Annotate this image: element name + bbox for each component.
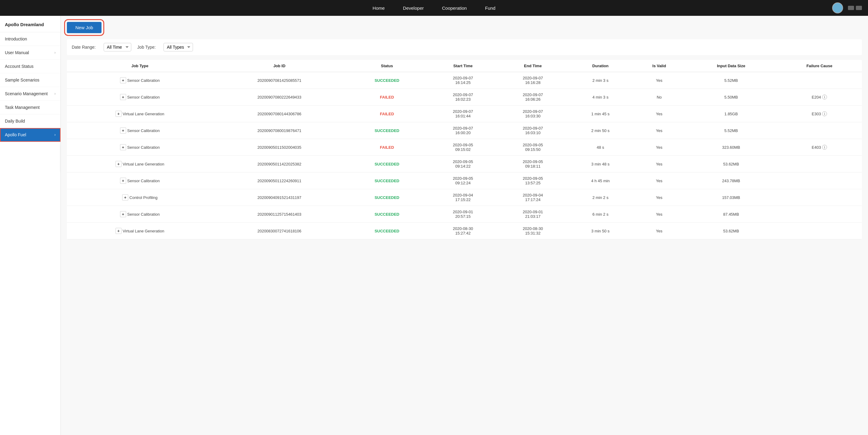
error-code: E303 ℹ bbox=[812, 111, 827, 116]
cell-start-time: 2020-09-0716:02:23 bbox=[428, 89, 498, 106]
sidebar-item-apollo-fuel[interactable]: Apollo Fuel › bbox=[0, 128, 60, 142]
sidebar-item-daily-build-label: Daily Build bbox=[5, 119, 25, 123]
cell-failure-cause: E204 ℹ bbox=[777, 89, 862, 106]
cell-duration: 4 min 3 s bbox=[568, 89, 633, 106]
sidebar-item-task-management-label: Task Management bbox=[5, 105, 39, 110]
sidebar-item-account-status[interactable]: Account Status bbox=[0, 60, 60, 73]
cell-is-valid: Yes bbox=[633, 172, 685, 189]
cell-input-data-size: 5.52MB bbox=[685, 122, 777, 139]
cell-start-time: 2020-09-0120:57:15 bbox=[428, 206, 498, 223]
cell-duration: 2 min 3 s bbox=[568, 72, 633, 89]
expand-button[interactable]: + bbox=[116, 111, 122, 117]
expand-button[interactable]: + bbox=[120, 127, 126, 134]
date-range-label: Date Range: bbox=[72, 45, 96, 50]
cell-end-time: 2020-09-0417:17:24 bbox=[498, 189, 568, 206]
cell-job-type: + Sensor Calibration bbox=[67, 122, 213, 139]
cell-start-time: 2020-09-0716:00:20 bbox=[428, 122, 498, 139]
cell-job-id: 20200907080019876471 bbox=[213, 122, 346, 139]
cell-end-time: 2020-09-0121:03:17 bbox=[498, 206, 568, 223]
minimize-button[interactable] bbox=[848, 6, 854, 10]
sidebar-logo: Apollo Dreamland bbox=[0, 16, 60, 32]
expand-button[interactable]: + bbox=[120, 144, 126, 150]
cell-end-time: 2020-09-0716:03:30 bbox=[498, 106, 568, 122]
new-job-area: New Job bbox=[67, 22, 862, 33]
cell-status: SUCCEEDED bbox=[346, 122, 428, 139]
sidebar: Apollo Dreamland Introduction User Manua… bbox=[0, 16, 61, 435]
expand-button[interactable]: + bbox=[122, 194, 128, 200]
cell-status: FAILED bbox=[346, 89, 428, 106]
table-row: + Virtual Lane Generation 20200907080144… bbox=[67, 106, 862, 122]
cell-input-data-size: 53.62MB bbox=[685, 156, 777, 172]
table-row: + Sensor Calibration 2020090112571546140… bbox=[67, 206, 862, 223]
cell-failure-cause: E303 ℹ bbox=[777, 106, 862, 122]
table-row: + Virtual Lane Generation 20200905011422… bbox=[67, 156, 862, 172]
cell-failure-cause bbox=[777, 206, 862, 223]
sidebar-item-sample-scenarios-label: Sample Scenarios bbox=[5, 78, 39, 82]
maximize-button[interactable] bbox=[856, 6, 862, 10]
cell-job-type: + Sensor Calibration bbox=[67, 139, 213, 156]
col-header-duration: Duration bbox=[568, 60, 633, 72]
cell-job-type: + Sensor Calibration bbox=[67, 72, 213, 89]
table-row: + Sensor Calibration 2020090708142508557… bbox=[67, 72, 862, 89]
cell-is-valid: Yes bbox=[633, 106, 685, 122]
error-code: E403 ℹ bbox=[812, 145, 827, 150]
expand-button[interactable]: + bbox=[120, 178, 126, 184]
sidebar-item-task-management[interactable]: Task Management bbox=[0, 101, 60, 114]
cell-failure-cause bbox=[777, 156, 862, 172]
cell-job-type: + Virtual Lane Generation bbox=[67, 106, 213, 122]
cell-job-type: + Sensor Calibration bbox=[67, 172, 213, 189]
col-header-start-time: Start Time bbox=[428, 60, 498, 72]
user-avatar[interactable] bbox=[832, 2, 843, 13]
cell-input-data-size: 1.85GB bbox=[685, 106, 777, 122]
cell-input-data-size: 53.62MB bbox=[685, 223, 777, 239]
error-code: E204 ℹ bbox=[812, 95, 827, 99]
table-row: + Sensor Calibration 2020090708001987647… bbox=[67, 122, 862, 139]
cell-failure-cause bbox=[777, 72, 862, 89]
cell-job-type: + Sensor Calibration bbox=[67, 89, 213, 106]
filters-bar: Date Range: All Time Job Type: All Types bbox=[67, 39, 862, 55]
cell-job-id: 20200901125715461403 bbox=[213, 206, 346, 223]
nav-developer[interactable]: Developer bbox=[403, 5, 424, 11]
col-header-failure-cause: Failure Cause bbox=[777, 60, 862, 72]
cell-job-type: + Virtual Lane Generation bbox=[67, 156, 213, 172]
job-type-select[interactable]: All Types bbox=[163, 43, 193, 51]
new-job-button[interactable]: New Job bbox=[67, 22, 101, 33]
expand-button[interactable]: + bbox=[120, 211, 126, 217]
cell-input-data-size: 243.78MB bbox=[685, 172, 777, 189]
sidebar-item-user-manual[interactable]: User Manual › bbox=[0, 46, 60, 60]
info-icon[interactable]: ℹ bbox=[822, 145, 827, 150]
jobs-table: Job Type Job ID Status Start Time End Ti… bbox=[67, 60, 862, 239]
cell-duration: 3 min 50 s bbox=[568, 223, 633, 239]
info-icon[interactable]: ℹ bbox=[822, 95, 827, 99]
cell-job-type: + Sensor Calibration bbox=[67, 206, 213, 223]
sidebar-item-scenario-management-label: Scenario Management bbox=[5, 91, 48, 96]
sidebar-item-introduction[interactable]: Introduction bbox=[0, 32, 60, 46]
cell-job-type: + Virtual Lane Generation bbox=[67, 223, 213, 239]
nav-fund[interactable]: Fund bbox=[485, 5, 495, 11]
expand-button[interactable]: + bbox=[120, 94, 126, 100]
sidebar-item-scenario-management[interactable]: Scenario Management › bbox=[0, 87, 60, 101]
cell-is-valid: Yes bbox=[633, 72, 685, 89]
info-icon[interactable]: ℹ bbox=[822, 111, 827, 116]
expand-button[interactable]: + bbox=[116, 228, 122, 234]
cell-end-time: 2020-08-3015:31:32 bbox=[498, 223, 568, 239]
cell-job-id: 20200905011422025382 bbox=[213, 156, 346, 172]
cell-input-data-size: 323.60MB bbox=[685, 139, 777, 156]
cell-start-time: 2020-09-0417:15:22 bbox=[428, 189, 498, 206]
cell-duration: 6 min 2 s bbox=[568, 206, 633, 223]
table-row: + Virtual Lane Generation 20200830072741… bbox=[67, 223, 862, 239]
col-header-job-id: Job ID bbox=[213, 60, 346, 72]
expand-button[interactable]: + bbox=[116, 161, 122, 167]
cell-input-data-size: 5.52MB bbox=[685, 72, 777, 89]
cell-failure-cause: E403 ℹ bbox=[777, 139, 862, 156]
sidebar-item-daily-build[interactable]: Daily Build bbox=[0, 114, 60, 128]
date-range-select[interactable]: All Time bbox=[104, 43, 131, 51]
sidebar-item-sample-scenarios[interactable]: Sample Scenarios bbox=[0, 73, 60, 87]
cell-is-valid: Yes bbox=[633, 139, 685, 156]
table-row: + Control Profiling 20200904091521431197… bbox=[67, 189, 862, 206]
nav-home[interactable]: Home bbox=[373, 5, 385, 11]
cell-status: FAILED bbox=[346, 106, 428, 122]
cell-end-time: 2020-09-0716:03:10 bbox=[498, 122, 568, 139]
expand-button[interactable]: + bbox=[120, 77, 126, 83]
nav-cooperation[interactable]: Cooperation bbox=[442, 5, 467, 11]
